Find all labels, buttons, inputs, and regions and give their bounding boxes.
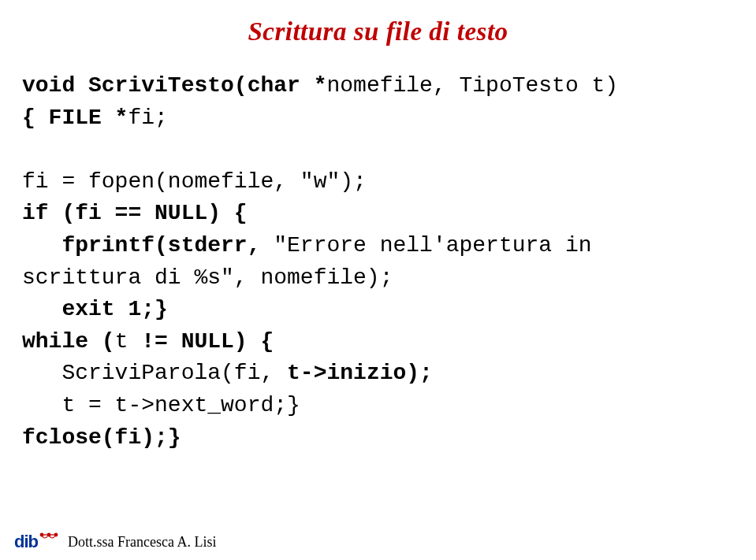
footer: dib Dott.ssa Francesca A. Lisi xyxy=(14,530,216,554)
code-line: void ScriviTesto(char * xyxy=(22,73,326,98)
code-line: fi = fopen(nomefile, "w"); xyxy=(22,169,367,194)
code-line: t xyxy=(115,329,142,354)
code-line: t->inizio); xyxy=(287,361,433,385)
code-line: fi; xyxy=(128,106,167,130)
code-line: fclose(fi);} xyxy=(22,425,181,450)
code-line: ScriviParola(fi, xyxy=(22,361,287,385)
code-line: scrittura di %s", nomefile); xyxy=(22,265,393,290)
svg-text:dib: dib xyxy=(14,532,39,551)
code-line: { FILE * xyxy=(22,106,128,130)
code-line: if (fi == NULL) { xyxy=(22,201,248,225)
footer-author: Dott.ssa Francesca A. Lisi xyxy=(68,534,216,551)
dib-logo-icon: dib xyxy=(14,530,60,554)
code-line: t = t->next_word;} xyxy=(22,393,300,417)
code-line: exit 1;} xyxy=(22,297,168,321)
code-line: "Errore nell'apertura in xyxy=(274,233,591,258)
code-line: while ( xyxy=(22,329,115,354)
slide-title: Scrittura su file di testo xyxy=(0,17,756,46)
code-block: void ScriviTesto(char *nomefile, TipoTes… xyxy=(22,70,756,454)
code-line: fprintf(stderr, xyxy=(22,233,274,258)
code-line: nomefile, TipoTesto t) xyxy=(326,73,618,98)
code-line: != NULL) { xyxy=(141,329,274,354)
